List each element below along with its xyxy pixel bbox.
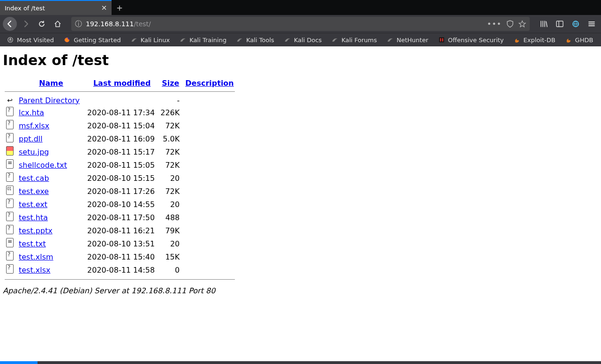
row-modified-cell: 2020-08-11 15:05 bbox=[85, 158, 158, 171]
new-tab-button[interactable]: ＋ bbox=[112, 0, 128, 15]
row-size-cell: 20 bbox=[158, 171, 182, 185]
row-size-cell: 20 bbox=[158, 237, 182, 250]
file-link[interactable]: test.cab bbox=[19, 174, 49, 183]
table-row: lcx.hta2020-08-11 17:34226K bbox=[3, 106, 237, 119]
page-actions-icon[interactable]: ••• bbox=[487, 20, 502, 29]
home-icon bbox=[54, 20, 61, 28]
row-desc-cell bbox=[182, 263, 236, 276]
tracking-protection-icon[interactable] bbox=[506, 20, 514, 28]
generic-file-icon bbox=[6, 133, 14, 142]
page-content: Index of /test Name Last modified Size D… bbox=[0, 46, 601, 364]
bookmark-item[interactable]: Most Visited bbox=[3, 34, 58, 45]
sort-by-size-link[interactable]: Size bbox=[162, 79, 179, 88]
file-link[interactable]: shellcode.txt bbox=[19, 161, 67, 170]
file-link[interactable]: ppt.dll bbox=[19, 134, 43, 143]
file-link[interactable]: test.xlsx bbox=[19, 266, 51, 275]
file-link[interactable]: test.hta bbox=[19, 213, 48, 222]
bookmark-item[interactable]: MSFU bbox=[599, 34, 601, 45]
parent-directory-link[interactable]: Parent Directory bbox=[19, 96, 80, 105]
file-link[interactable]: msf.xlsx bbox=[19, 121, 49, 130]
bookmark-item[interactable]: Kali Training bbox=[175, 34, 230, 45]
table-row: test.hta2020-08-11 17:50488 bbox=[3, 211, 237, 224]
menu-button[interactable] bbox=[585, 17, 598, 30]
sidebar-icon bbox=[556, 20, 564, 28]
tab-title: Index of /test bbox=[5, 5, 100, 12]
row-modified-cell: 2020-08-11 17:26 bbox=[85, 185, 158, 198]
row-size-cell: 226K bbox=[158, 106, 182, 119]
row-modified-cell: 2020-08-11 17:50 bbox=[85, 211, 158, 224]
server-signature: Apache/2.4.41 (Debian) Server at 192.168… bbox=[3, 286, 598, 295]
row-name-cell: ppt.dll bbox=[17, 132, 85, 145]
table-row: test.pptx2020-08-11 16:2179K bbox=[3, 224, 237, 237]
profile-button[interactable] bbox=[569, 17, 582, 30]
row-size-cell: 20 bbox=[158, 198, 182, 211]
svg-rect-0 bbox=[556, 21, 563, 27]
row-name-cell: lcx.hta bbox=[17, 106, 85, 119]
bookmark-item[interactable]: NetHunter bbox=[383, 34, 432, 45]
bookmark-item[interactable]: Kali Linux bbox=[127, 34, 174, 45]
row-desc-cell bbox=[182, 95, 236, 106]
active-tab[interactable]: Index of /test ✕ bbox=[0, 0, 112, 15]
bookmark-label: NetHunter bbox=[397, 37, 428, 44]
sidebar-button[interactable] bbox=[553, 17, 566, 30]
generic-file-icon bbox=[6, 199, 14, 208]
file-link[interactable]: setu.jpg bbox=[19, 148, 49, 156]
bookmark-item[interactable]: Getting Started bbox=[60, 34, 125, 45]
bookmark-icon bbox=[565, 36, 572, 44]
row-icon-cell bbox=[3, 185, 17, 198]
bookmark-item[interactable]: Exploit-DB bbox=[510, 34, 559, 45]
row-desc-cell bbox=[182, 106, 236, 119]
url-bar[interactable]: ⓘ 192.168.8.111/test/ ••• bbox=[71, 17, 530, 31]
row-size-cell: 72K bbox=[158, 145, 182, 158]
row-name-cell: test.xlsm bbox=[17, 250, 85, 263]
file-link[interactable]: lcx.hta bbox=[19, 108, 44, 117]
row-modified-cell: 2020-08-11 15:17 bbox=[85, 145, 158, 158]
bookmark-icon bbox=[130, 36, 138, 44]
sort-by-description-link[interactable]: Description bbox=[185, 79, 233, 88]
bookmark-item[interactable]: Kali Tools bbox=[232, 34, 278, 45]
sort-by-modified-link[interactable]: Last modified bbox=[93, 79, 151, 88]
table-row: test.cab2020-08-10 15:1520 bbox=[3, 171, 237, 185]
library-button[interactable] bbox=[537, 17, 550, 30]
bookmark-label: Kali Linux bbox=[141, 37, 170, 44]
row-desc-cell bbox=[182, 158, 236, 171]
file-link[interactable]: test.txt bbox=[19, 239, 46, 248]
svg-rect-6 bbox=[440, 38, 441, 42]
col-name: Name bbox=[17, 78, 85, 89]
reload-button[interactable] bbox=[35, 17, 49, 31]
row-size-cell: 15K bbox=[158, 250, 182, 263]
site-info-icon[interactable]: ⓘ bbox=[75, 20, 82, 29]
row-icon-cell bbox=[3, 171, 17, 185]
file-link[interactable]: test.ext bbox=[19, 200, 47, 209]
table-row: shellcode.txt2020-08-11 15:0572K bbox=[3, 158, 237, 171]
back-button[interactable] bbox=[3, 17, 17, 31]
navigation-bar: ⓘ 192.168.8.111/test/ ••• bbox=[0, 15, 601, 33]
parent-dir-icon: ↩ bbox=[5, 96, 15, 105]
close-tab-icon[interactable]: ✕ bbox=[100, 4, 108, 12]
row-name-cell: shellcode.txt bbox=[17, 158, 85, 171]
row-icon-cell bbox=[3, 106, 17, 119]
row-desc-cell bbox=[182, 198, 236, 211]
file-link[interactable]: test.xlsm bbox=[19, 253, 53, 261]
row-modified-cell: 2020-08-11 17:34 bbox=[85, 106, 158, 119]
bookmark-item[interactable]: Offensive Security bbox=[434, 34, 508, 45]
bookmark-label: Kali Tools bbox=[246, 37, 274, 44]
row-desc-cell bbox=[182, 211, 236, 224]
table-row: ppt.dll2020-08-11 16:095.0K bbox=[3, 132, 237, 145]
file-link[interactable]: test.exe bbox=[19, 187, 49, 196]
forward-button[interactable] bbox=[19, 17, 33, 31]
row-size-cell: 5.0K bbox=[158, 132, 182, 145]
svg-rect-7 bbox=[442, 38, 443, 42]
file-link[interactable]: test.pptx bbox=[19, 226, 53, 235]
home-button[interactable] bbox=[51, 17, 65, 31]
bookmark-item[interactable]: GHDB bbox=[561, 34, 597, 45]
sort-by-name-link[interactable]: Name bbox=[39, 79, 63, 88]
bookmark-star-icon[interactable] bbox=[518, 20, 526, 28]
col-icon bbox=[3, 78, 17, 89]
bookmark-item[interactable]: Kali Forums bbox=[327, 34, 381, 45]
bookmark-item[interactable]: Kali Docs bbox=[280, 34, 326, 45]
row-name-cell: setu.jpg bbox=[17, 145, 85, 158]
row-name-cell: test.cab bbox=[17, 171, 85, 185]
generic-file-icon bbox=[6, 172, 14, 182]
generic-file-icon bbox=[6, 251, 14, 260]
